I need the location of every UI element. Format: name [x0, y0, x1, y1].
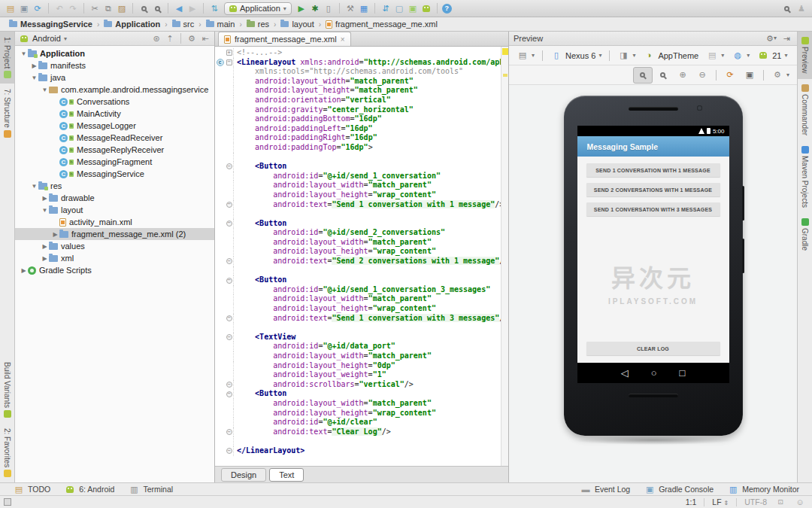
- tree-item[interactable]: activity_main.xml: [15, 216, 214, 228]
- android-tool-icon[interactable]: [420, 2, 432, 14]
- gear-icon[interactable]: ⚙: [186, 32, 198, 44]
- clear-log-button[interactable]: CLEAR LOG: [586, 342, 720, 355]
- code-line[interactable]: android:id="@+id/send_1_conversation_3_m…: [215, 285, 501, 295]
- code-line[interactable]: android:id="@+id/clear": [215, 418, 501, 427]
- code-line[interactable]: − <Button: [215, 275, 501, 285]
- sync-project-icon[interactable]: ⇵: [380, 2, 392, 14]
- undo-icon[interactable]: ↶: [53, 2, 65, 14]
- breadcrumb-item[interactable]: res: [244, 20, 272, 29]
- code-line[interactable]: − android:text="Send 1 conversation with…: [215, 314, 501, 324]
- chevron-down-icon[interactable]: ▾: [64, 35, 67, 42]
- tree-item[interactable]: ▶manifests: [15, 59, 214, 71]
- api-level[interactable]: 21▾: [754, 48, 790, 63]
- redo-icon[interactable]: ↷: [67, 2, 79, 14]
- fold-marker[interactable]: [225, 238, 234, 248]
- code-line[interactable]: android:layout_width="match_parent": [215, 351, 501, 361]
- code-line[interactable]: − android:scrollbars="vertical"/>: [215, 380, 501, 390]
- fold-marker[interactable]: [225, 437, 234, 446]
- device-monitor-icon[interactable]: ▢: [393, 2, 405, 14]
- fold-marker[interactable]: −: [225, 389, 234, 399]
- code-line[interactable]: android:paddingBottom="16dp": [215, 114, 501, 124]
- screenshot[interactable]: ▣: [741, 68, 759, 83]
- tree-item[interactable]: ▼layout: [15, 204, 214, 216]
- code-line[interactable]: android:paddingLeft="16dp": [215, 124, 501, 134]
- fold-marker[interactable]: [225, 409, 234, 418]
- chevron-collapsed-icon[interactable]: ▶: [41, 195, 49, 202]
- open-project-icon[interactable]: ▤: [5, 2, 17, 14]
- chevron-collapsed-icon[interactable]: ▶: [30, 62, 38, 69]
- chevron-expanded-icon[interactable]: ▼: [20, 50, 28, 57]
- code-line[interactable]: −</LinearLayout>: [215, 446, 501, 456]
- tree-item[interactable]: ▼java: [15, 71, 214, 84]
- fold-marker[interactable]: [225, 153, 234, 163]
- home-nav-icon[interactable]: ○: [651, 367, 657, 379]
- fold-marker[interactable]: [225, 86, 234, 96]
- toolwindow-button-memory-monitor[interactable]: ▥Memory Monitor: [720, 483, 806, 495]
- debug-icon[interactable]: ✱: [309, 2, 321, 14]
- hide-panel-icon[interactable]: ⇥: [780, 32, 792, 44]
- code-line[interactable]: android:layout_width="match_parent": [215, 399, 501, 409]
- tool-strip-tab-project[interactable]: 1: Project: [0, 32, 14, 84]
- code-line[interactable]: − android:text="Send 1 conversation with…: [215, 200, 501, 210]
- copy-icon[interactable]: ⧉: [102, 2, 114, 14]
- fold-marker[interactable]: [225, 172, 234, 181]
- code-line[interactable]: android:layout_width="match_parent": [215, 181, 501, 190]
- fold-marker[interactable]: [225, 209, 234, 219]
- tree-item[interactable]: ▶Gradle Scripts: [15, 264, 214, 276]
- fold-marker[interactable]: [225, 342, 234, 351]
- app-button[interactable]: SEND 1 CONVERSATION WITH 3 MESSAGES: [586, 202, 720, 216]
- forward-icon[interactable]: ▶: [186, 2, 198, 14]
- toolwindow-button-todo[interactable]: ▤TODO: [6, 483, 57, 495]
- code-line[interactable]: [215, 209, 501, 219]
- caret-position[interactable]: 1:1: [686, 497, 697, 506]
- line-separator-selector[interactable]: LF ⇕: [712, 497, 729, 506]
- fold-marker[interactable]: −: [225, 200, 234, 210]
- code-line[interactable]: [215, 323, 501, 333]
- fold-marker[interactable]: [225, 67, 234, 77]
- chevron-collapsed-icon[interactable]: ▶: [41, 243, 49, 250]
- fold-marker[interactable]: −: [225, 219, 234, 229]
- fold-marker[interactable]: [225, 247, 234, 257]
- back-nav-icon[interactable]: ◁: [621, 367, 629, 379]
- code-line[interactable]: android:layout_width="match_parent": [215, 77, 501, 87]
- fold-marker[interactable]: [225, 418, 234, 427]
- breadcrumb-item[interactable]: Application: [101, 20, 163, 29]
- tree-item[interactable]: ▶values: [15, 240, 214, 252]
- fold-marker[interactable]: [225, 133, 234, 143]
- breadcrumb-item[interactable]: MessagingService: [6, 20, 95, 29]
- code-line[interactable]: − android:text="Clear Log"/>: [215, 427, 501, 437]
- tab-design[interactable]: Design: [221, 468, 266, 482]
- gear-icon[interactable]: ⚙▾: [765, 32, 777, 44]
- fold-marker[interactable]: [225, 294, 234, 304]
- fold-marker[interactable]: −: [225, 380, 234, 390]
- fold-marker[interactable]: [225, 323, 234, 333]
- fold-marker[interactable]: [225, 124, 234, 134]
- code-line[interactable]: android:orientation="vertical": [215, 96, 501, 105]
- back-icon[interactable]: ◀: [173, 2, 185, 14]
- cut-icon[interactable]: ✂: [89, 2, 101, 14]
- fold-marker[interactable]: −: [225, 427, 234, 437]
- fold-marker[interactable]: −: [225, 275, 234, 285]
- toolwindow-button-gradle-console[interactable]: ▣Gradle Console: [637, 483, 720, 495]
- tool-strip-tab-favorites[interactable]: 2: Favorites: [0, 423, 14, 482]
- recents-nav-icon[interactable]: □: [680, 367, 686, 379]
- sdk-manager-icon[interactable]: ⚒: [344, 2, 356, 14]
- code-line[interactable]: android:layout_width="match_parent": [215, 294, 501, 304]
- tree-item[interactable]: ▶xml: [15, 252, 214, 264]
- orientation[interactable]: ◨▾: [614, 48, 638, 63]
- code-line[interactable]: android:layout_height="wrap_content": [215, 304, 501, 314]
- paste-icon[interactable]: ▨: [116, 2, 128, 14]
- code-line[interactable]: − <Button: [215, 219, 501, 229]
- hide-panel-icon[interactable]: ⇤: [199, 32, 211, 44]
- attach-debugger-icon[interactable]: ▯: [323, 2, 335, 14]
- code-line[interactable]: xmlns:tools="http://schemas.android.com/…: [215, 67, 501, 77]
- collapse-all-icon[interactable]: ⇡: [164, 32, 176, 44]
- code-line[interactable]: android:gravity="center_horizontal": [215, 105, 501, 115]
- code-line[interactable]: +<!--...-->: [215, 48, 501, 58]
- fold-marker[interactable]: [225, 361, 234, 371]
- tree-item[interactable]: ▼Application: [15, 47, 214, 59]
- zoom-actual[interactable]: [654, 68, 672, 83]
- code-line[interactable]: android:layout_width="match_parent": [215, 238, 501, 248]
- compare-icon[interactable]: ⇅: [208, 2, 220, 14]
- chevron-collapsed-icon[interactable]: ▶: [51, 231, 59, 238]
